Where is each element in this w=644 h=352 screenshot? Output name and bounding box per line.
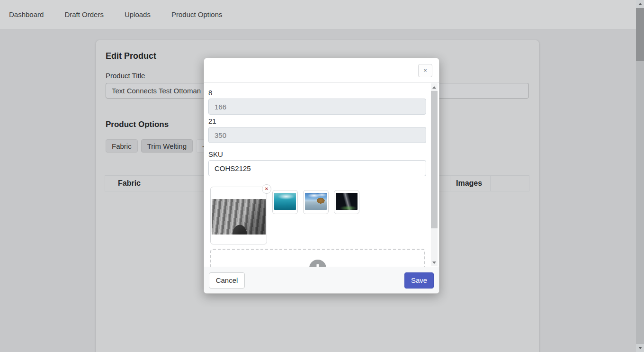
col-header-actions — [491, 176, 529, 191]
modal-scrollbar — [431, 83, 438, 266]
field-label-8: 8 — [208, 89, 431, 97]
scroll-up-arrow-icon[interactable] — [636, 0, 644, 8]
field-label-21: 21 — [208, 117, 431, 126]
thumbnail-image-lake — [305, 193, 327, 210]
cancel-button[interactable]: Cancel — [209, 272, 245, 289]
edit-option-modal: × 8 21 SKU ✕ — [204, 58, 439, 294]
modal-footer: Cancel Save — [204, 267, 439, 293]
scroll-down-arrow-icon[interactable] — [636, 344, 644, 352]
thumbnail-card-cliff: ✕ — [210, 187, 267, 244]
modal-scroll-up-arrow-icon[interactable] — [431, 84, 438, 90]
modal-header: × — [204, 58, 439, 83]
col-header-images: Images — [450, 176, 491, 191]
remove-image-button[interactable]: ✕ — [262, 184, 271, 194]
field-label-sku: SKU — [208, 150, 431, 159]
thumbnail-card-night — [334, 190, 359, 214]
modal-body: 8 21 SKU ✕ — [204, 83, 439, 267]
thumbnail-row: ✕ — [210, 187, 431, 244]
col-header-handle — [105, 176, 112, 191]
option-tab-fabric[interactable]: Fabric — [106, 139, 138, 153]
modal-scroll-down-arrow-icon[interactable] — [431, 260, 438, 265]
nav-item-dashboard[interactable]: Dashboard — [9, 10, 54, 18]
top-navbar: Dashboard Draft Orders Uploads Product O… — [0, 0, 636, 29]
image-upload-dropzone[interactable] — [210, 249, 425, 267]
save-button[interactable]: Save — [404, 272, 434, 289]
modal-close-button[interactable]: × — [418, 64, 432, 77]
nav-item-uploads[interactable]: Uploads — [114, 10, 161, 18]
browser-scrollbar — [636, 0, 644, 352]
field-input-8 — [208, 99, 426, 115]
field-input-21 — [208, 127, 426, 143]
option-tab-trim-welting[interactable]: Trim Welting — [141, 139, 193, 153]
add-image-plus-icon[interactable] — [309, 260, 326, 267]
modal-scrollbar-thumb[interactable] — [431, 91, 438, 228]
thumbnail-image-underwater — [274, 193, 296, 210]
app-viewport: Dashboard Draft Orders Uploads Product O… — [0, 0, 644, 352]
thumbnail-card-underwater — [272, 190, 298, 214]
thumbnail-image-night — [336, 193, 358, 210]
nav-item-product-options[interactable]: Product Options — [161, 10, 233, 18]
browser-scrollbar-thumb[interactable] — [636, 8, 644, 61]
thumbnail-card-lake — [303, 190, 329, 214]
thumbnail-image-cliff — [212, 199, 266, 235]
nav-item-draft-orders[interactable]: Draft Orders — [54, 10, 114, 18]
field-input-sku[interactable] — [208, 160, 426, 176]
